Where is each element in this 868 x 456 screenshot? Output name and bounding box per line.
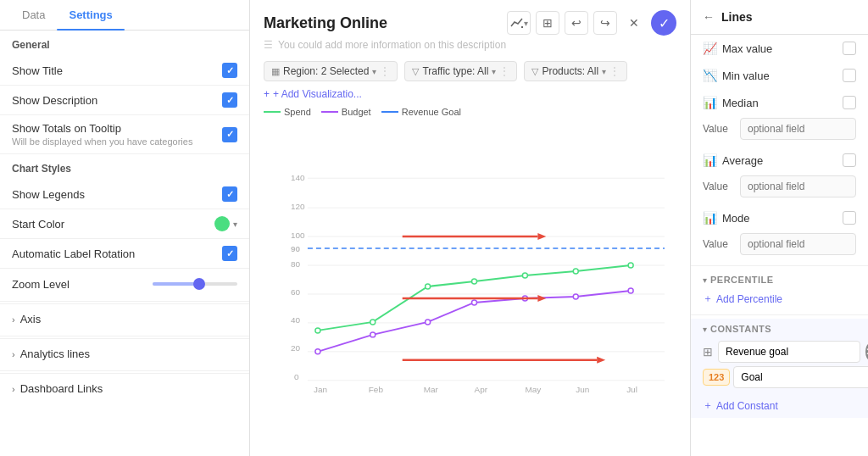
min-value-text: Min value xyxy=(722,70,770,82)
zoom-track xyxy=(153,282,237,286)
svg-point-33 xyxy=(315,349,320,354)
min-value-label: 📉 Min value xyxy=(703,69,770,82)
confirm-button[interactable]: ✓ xyxy=(651,10,676,36)
show-title-checkbox[interactable] xyxy=(222,63,237,78)
tab-bar: Data Settings xyxy=(0,0,249,31)
average-value-input[interactable] xyxy=(740,175,856,197)
min-value-checkbox[interactable] xyxy=(843,69,856,82)
mode-value-input[interactable] xyxy=(740,233,856,255)
description-placeholder: You could add more information on this d… xyxy=(278,39,506,51)
analytics-lines-expand[interactable]: › Analytics lines xyxy=(0,338,249,369)
auto-label-label: Automatic Label Rotation xyxy=(12,247,135,260)
more-icon-3: ⋮ xyxy=(609,65,620,77)
products-filter-label: Products: All xyxy=(542,65,598,77)
mode-checkbox[interactable] xyxy=(843,211,856,225)
svg-text:Jun: Jun xyxy=(576,385,589,394)
settings-panel: Data Settings General Show Title Show De… xyxy=(0,0,250,456)
svg-text:Feb: Feb xyxy=(369,385,384,394)
add-constant-label: Add Constant xyxy=(716,400,778,412)
axis-expand[interactable]: › Axis xyxy=(0,303,249,334)
undo-button[interactable]: ↩ xyxy=(565,11,588,35)
analytics-lines-label: Analytics lines xyxy=(20,348,90,360)
lines-header: ← Lines xyxy=(691,0,868,35)
description-icon: ☰ xyxy=(264,39,273,51)
min-value-icon: 📉 xyxy=(703,69,717,82)
revenue-goal-input[interactable] xyxy=(718,341,860,363)
svg-text:20: 20 xyxy=(291,343,301,353)
chart-header: ▾ ⊞ ↩ ↪ ✕ ✓ xyxy=(250,0,690,36)
constant-type-icon: ⊞ xyxy=(703,345,713,359)
svg-text:Apr: Apr xyxy=(475,385,488,394)
median-checkbox[interactable] xyxy=(843,96,856,109)
revenue-goal-label: Revenue Goal xyxy=(402,107,461,117)
tab-data[interactable]: Data xyxy=(10,0,57,30)
median-value-input[interactable] xyxy=(740,118,856,140)
svg-text:80: 80 xyxy=(291,259,301,269)
max-value-checkbox[interactable] xyxy=(843,42,856,55)
percentile-section[interactable]: ▾ PERCENTILE xyxy=(691,270,868,286)
show-legends-checkbox[interactable] xyxy=(222,186,237,202)
svg-text:0: 0 xyxy=(294,372,299,381)
chart-styles-header: Chart Styles xyxy=(0,154,249,180)
products-filter[interactable]: ▽ Products: All ▾ ⋮ xyxy=(524,61,627,81)
constants-section-header[interactable]: ▾ CONSTANTS xyxy=(691,319,868,336)
zoom-thumb xyxy=(193,278,205,290)
products-filter-icon: ▽ xyxy=(531,66,538,77)
chart-title-input[interactable] xyxy=(264,14,460,32)
max-value-text: Max value xyxy=(722,42,772,55)
filter-icon: ▦ xyxy=(271,66,280,77)
chart-description[interactable]: ☰ You could add more information on this… xyxy=(250,36,690,54)
chevron-down-icon-3: ▾ xyxy=(372,67,376,76)
average-label: 📊 Average xyxy=(703,153,763,167)
show-description-row: Show Description xyxy=(0,86,249,115)
start-color-label: Start Color xyxy=(12,218,64,231)
svg-point-26 xyxy=(315,328,320,333)
mode-value-row: Value xyxy=(691,231,868,262)
svg-text:140: 140 xyxy=(291,173,305,182)
max-value-icon: 📈 xyxy=(703,42,717,55)
goal-value-input[interactable] xyxy=(733,366,868,388)
close-button[interactable]: ✕ xyxy=(622,11,646,35)
max-value-label: 📈 Max value xyxy=(703,42,772,55)
svg-point-29 xyxy=(472,279,477,284)
svg-text:Mar: Mar xyxy=(424,385,439,394)
chevron-right-icon-3: › xyxy=(12,384,15,394)
dashboard-links-expand[interactable]: › Dashboard Links xyxy=(0,373,249,403)
median-label: 📊 Median xyxy=(703,96,759,109)
show-title-row: Show Title xyxy=(0,56,249,86)
region-filter[interactable]: ▦ Region: 2 Selected ▾ ⋮ xyxy=(264,61,398,81)
show-description-label: Show Description xyxy=(12,94,97,107)
revenue-goal-line-legend xyxy=(381,111,398,113)
auto-label-checkbox[interactable] xyxy=(222,246,237,261)
add-percentile-label: Add Percentile xyxy=(716,293,782,305)
show-totals-checkbox[interactable] xyxy=(222,127,237,142)
median-icon: 📊 xyxy=(703,96,717,109)
line-chart-icon xyxy=(510,16,524,30)
tab-settings[interactable]: Settings xyxy=(57,0,124,30)
traffic-filter[interactable]: ▽ Traffic type: All ▾ ⋮ xyxy=(404,61,517,81)
more-icon-2: ⋮ xyxy=(499,65,509,77)
chart-type-button[interactable]: ▾ xyxy=(507,11,531,35)
average-checkbox[interactable] xyxy=(843,153,856,167)
chart-canvas: 140 120 100 90 80 60 40 20 0 Jan Feb Mar… xyxy=(250,120,690,456)
add-visualization-button[interactable]: + + Add Visualizatio... xyxy=(264,88,362,100)
mode-label: 📊 Mode xyxy=(703,211,750,225)
budget-label: Budget xyxy=(342,107,371,117)
average-text: Average xyxy=(722,154,763,167)
grid-view-button[interactable]: ⊞ xyxy=(536,11,559,35)
redo-button[interactable]: ↪ xyxy=(593,11,617,35)
lines-panel: ← Lines 📈 Max value 📉 Min value 📊 Median… xyxy=(690,0,868,456)
color-picker[interactable]: ▾ xyxy=(214,216,237,231)
svg-text:120: 120 xyxy=(291,202,305,211)
add-percentile-button[interactable]: ＋ Add Percentile xyxy=(691,286,868,311)
svg-text:60: 60 xyxy=(291,287,301,297)
zoom-slider[interactable] xyxy=(153,275,237,292)
traffic-filter-label: Traffic type: All xyxy=(422,65,488,77)
svg-point-36 xyxy=(472,300,477,305)
show-description-checkbox[interactable] xyxy=(222,92,237,108)
back-button[interactable]: ← xyxy=(703,10,715,24)
revenue-goal-constant: ⊞ ✕ 123 xyxy=(691,336,868,393)
svg-point-32 xyxy=(628,263,633,268)
add-constant-button[interactable]: ＋ Add Constant xyxy=(691,393,868,418)
min-value-row: 📉 Min value xyxy=(691,62,868,89)
